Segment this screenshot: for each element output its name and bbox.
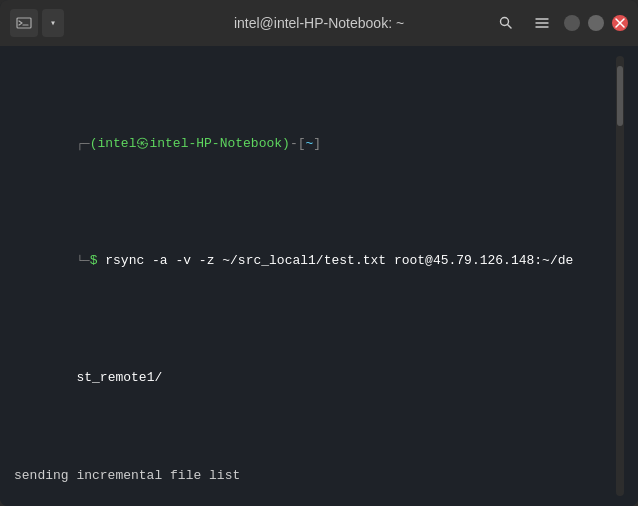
command-line: └─$ rsync -a -v -z ~/src_local1/test.txt… <box>14 232 616 291</box>
close-button[interactable] <box>612 15 628 31</box>
terminal-body[interactable]: ┌─(intel㉿intel-HP-Notebook)-[~] └─$ rsyn… <box>0 46 638 506</box>
scrollbar[interactable] <box>616 56 624 496</box>
titlebar-right-controls <box>492 9 628 37</box>
menu-button[interactable] <box>528 9 556 37</box>
terminal-icon[interactable] <box>10 9 38 37</box>
terminal-window: ▾ intel@intel-HP-Notebook: ~ <box>0 0 638 506</box>
titlebar: ▾ intel@intel-HP-Notebook: ~ <box>0 0 638 46</box>
scrollbar-thumb[interactable] <box>617 66 623 126</box>
svg-line-3 <box>508 25 512 29</box>
svg-rect-0 <box>17 18 31 28</box>
output-line-1: sending incremental file list <box>14 466 616 486</box>
prompt1-host: intel-HP-Notebook <box>149 136 282 151</box>
command-cont-line: st_remote1/ <box>14 349 616 408</box>
maximize-button[interactable] <box>588 15 604 31</box>
minimize-button[interactable] <box>564 15 580 31</box>
terminal-content: ┌─(intel㉿intel-HP-Notebook)-[~] └─$ rsyn… <box>14 56 616 496</box>
window-controls <box>564 15 628 31</box>
prompt1-user: intel <box>97 136 136 151</box>
dropdown-button[interactable]: ▾ <box>42 9 64 37</box>
search-button[interactable] <box>492 9 520 37</box>
chevron-down-icon: ▾ <box>50 17 56 29</box>
window-title: intel@intel-HP-Notebook: ~ <box>234 15 404 31</box>
titlebar-left-controls: ▾ <box>10 9 64 37</box>
prompt-line-1: ┌─(intel㉿intel-HP-Notebook)-[~] <box>14 115 616 174</box>
